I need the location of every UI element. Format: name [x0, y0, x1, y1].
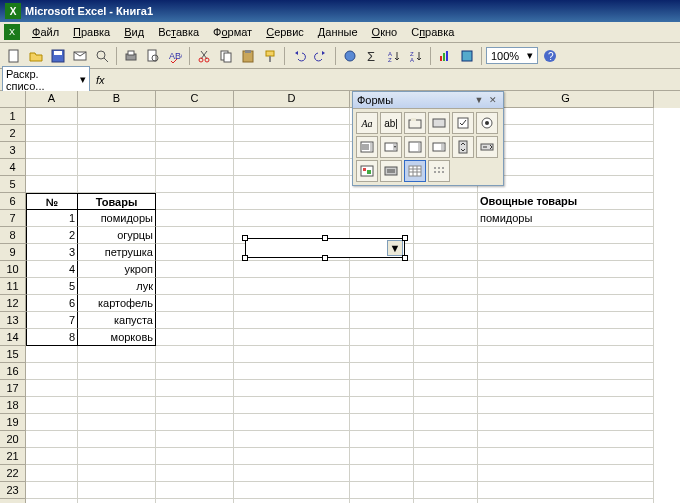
- cell[interactable]: 2: [26, 227, 78, 244]
- cell[interactable]: [156, 295, 234, 312]
- paste-icon[interactable]: [238, 46, 258, 66]
- cell[interactable]: [350, 193, 414, 210]
- cell[interactable]: [156, 499, 234, 503]
- cell[interactable]: 6: [26, 295, 78, 312]
- forms-dots-icon[interactable]: [428, 160, 450, 182]
- cell[interactable]: [350, 499, 414, 503]
- menu-file[interactable]: Файл: [26, 24, 65, 40]
- cell[interactable]: [478, 363, 654, 380]
- cell[interactable]: Овощные товары: [478, 193, 654, 210]
- cell[interactable]: [78, 397, 156, 414]
- cell[interactable]: [78, 499, 156, 503]
- cell[interactable]: [234, 125, 350, 142]
- cell[interactable]: [350, 482, 414, 499]
- row-header[interactable]: 4: [0, 159, 26, 176]
- close-icon[interactable]: ✕: [487, 94, 499, 106]
- cell[interactable]: [156, 227, 234, 244]
- cell[interactable]: [414, 465, 478, 482]
- col-header[interactable]: A: [26, 91, 78, 108]
- cell[interactable]: [234, 278, 350, 295]
- row-header[interactable]: 13: [0, 312, 26, 329]
- forms-spin-icon[interactable]: [452, 136, 474, 158]
- cell[interactable]: [156, 142, 234, 159]
- row-header[interactable]: 11: [0, 278, 26, 295]
- cell[interactable]: [156, 414, 234, 431]
- forms-group-icon[interactable]: [404, 112, 426, 134]
- resize-handle[interactable]: [402, 235, 408, 241]
- cell[interactable]: 4: [26, 261, 78, 278]
- cell[interactable]: [156, 176, 234, 193]
- cell[interactable]: [478, 482, 654, 499]
- cell[interactable]: [78, 363, 156, 380]
- cell[interactable]: [414, 295, 478, 312]
- cell[interactable]: 8: [26, 329, 78, 346]
- cell[interactable]: [26, 108, 78, 125]
- cell[interactable]: [156, 159, 234, 176]
- menu-window[interactable]: Окно: [366, 24, 404, 40]
- cell[interactable]: [414, 210, 478, 227]
- cell[interactable]: [78, 108, 156, 125]
- forms-scrh-icon[interactable]: [428, 136, 450, 158]
- cell[interactable]: [478, 125, 654, 142]
- save-icon[interactable]: [48, 46, 68, 66]
- cell[interactable]: 1: [26, 210, 78, 227]
- menu-help[interactable]: Справка: [405, 24, 460, 40]
- cell[interactable]: [78, 414, 156, 431]
- cell[interactable]: [234, 482, 350, 499]
- cell[interactable]: [234, 312, 350, 329]
- cell[interactable]: [234, 363, 350, 380]
- col-header[interactable]: G: [478, 91, 654, 108]
- cell[interactable]: [156, 380, 234, 397]
- cell[interactable]: [478, 414, 654, 431]
- row-header[interactable]: 24: [0, 499, 26, 503]
- cut-icon[interactable]: [194, 46, 214, 66]
- forms-img-icon[interactable]: [356, 160, 378, 182]
- cell[interactable]: [234, 142, 350, 159]
- cell[interactable]: [78, 448, 156, 465]
- forms-ab|-icon[interactable]: ab|: [380, 112, 402, 134]
- cell[interactable]: капуста: [78, 312, 156, 329]
- col-header[interactable]: D: [234, 91, 350, 108]
- cell[interactable]: Товары: [78, 193, 156, 210]
- chart-wizard-icon[interactable]: [435, 46, 455, 66]
- resize-handle[interactable]: [322, 235, 328, 241]
- cell[interactable]: [478, 499, 654, 503]
- sort-asc-icon[interactable]: AZ: [384, 46, 404, 66]
- row-header[interactable]: 8: [0, 227, 26, 244]
- cell[interactable]: [350, 431, 414, 448]
- cell[interactable]: [78, 465, 156, 482]
- cell[interactable]: [478, 448, 654, 465]
- resize-handle[interactable]: [322, 255, 328, 261]
- cell[interactable]: [78, 125, 156, 142]
- workbook-icon[interactable]: X: [4, 24, 20, 40]
- menu-format[interactable]: Формат: [207, 24, 258, 40]
- row-header[interactable]: 18: [0, 397, 26, 414]
- cell[interactable]: петрушка: [78, 244, 156, 261]
- zoom-combo[interactable]: 100%▾: [486, 47, 538, 64]
- row-header[interactable]: 5: [0, 176, 26, 193]
- cell[interactable]: [26, 346, 78, 363]
- cell[interactable]: [26, 499, 78, 503]
- cell[interactable]: [78, 482, 156, 499]
- cell[interactable]: [414, 278, 478, 295]
- open-icon[interactable]: [26, 46, 46, 66]
- cell[interactable]: [350, 346, 414, 363]
- cell[interactable]: [26, 397, 78, 414]
- cell[interactable]: огурцы: [78, 227, 156, 244]
- cell[interactable]: [414, 499, 478, 503]
- forms-titlebar[interactable]: Формы ▼ ✕: [353, 92, 503, 109]
- cell[interactable]: [156, 125, 234, 142]
- row-header[interactable]: 2: [0, 125, 26, 142]
- cell[interactable]: [234, 499, 350, 503]
- cell[interactable]: [26, 482, 78, 499]
- row-header[interactable]: 6: [0, 193, 26, 210]
- cell[interactable]: [350, 312, 414, 329]
- cell[interactable]: [478, 397, 654, 414]
- cell[interactable]: [414, 482, 478, 499]
- menu-view[interactable]: Вид: [118, 24, 150, 40]
- cell[interactable]: [78, 176, 156, 193]
- cell[interactable]: [78, 142, 156, 159]
- cell[interactable]: [478, 142, 654, 159]
- cell[interactable]: [478, 261, 654, 278]
- menu-tools[interactable]: Сервис: [260, 24, 310, 40]
